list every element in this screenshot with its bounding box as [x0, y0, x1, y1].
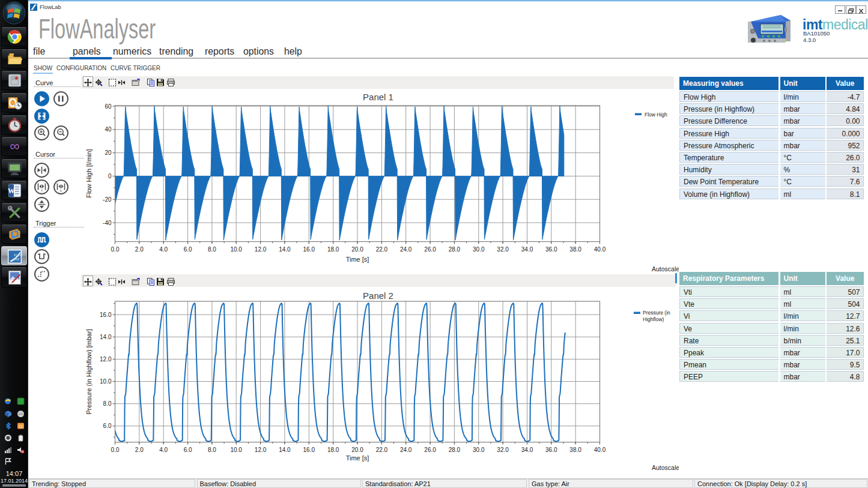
svg-text:26.0: 26.0 [424, 246, 436, 253]
svg-text:24.0: 24.0 [400, 246, 412, 253]
svg-text:28.0: 28.0 [449, 447, 461, 453]
svg-text:12.0: 12.0 [255, 447, 267, 453]
svg-text:10.0: 10.0 [230, 447, 242, 453]
svg-text:-20: -20 [103, 196, 112, 203]
svg-text:Autoscale: Autoscale [652, 265, 679, 273]
svg-text:22.0: 22.0 [376, 246, 388, 253]
svg-text:2.0: 2.0 [135, 246, 144, 253]
svg-text:20.0: 20.0 [351, 246, 363, 253]
svg-text:Time [s]: Time [s] [346, 454, 369, 462]
svg-text:0.0: 0.0 [111, 447, 120, 453]
svg-text:Panel 1: Panel 1 [363, 92, 393, 102]
svg-text:16.0: 16.0 [303, 246, 315, 253]
svg-text:24.0: 24.0 [400, 447, 412, 453]
svg-text:Highflow): Highflow) [643, 316, 664, 322]
svg-text:8.0: 8.0 [103, 400, 112, 407]
svg-text:Pressure (in: Pressure (in [643, 310, 670, 316]
svg-text:26.0: 26.0 [424, 447, 436, 453]
svg-text:6.0: 6.0 [184, 246, 192, 253]
svg-text:Pressure (in Highflow) [mbar]: Pressure (in Highflow) [mbar] [85, 329, 93, 414]
svg-text:16.0: 16.0 [303, 447, 315, 453]
svg-text:14.0: 14.0 [279, 447, 291, 453]
svg-text:30.0: 30.0 [473, 447, 485, 453]
svg-text:8.0: 8.0 [208, 447, 216, 453]
svg-text:6.0: 6.0 [103, 423, 112, 429]
svg-text:LAB: LAB [13, 258, 19, 261]
svg-text:32.0: 32.0 [497, 246, 509, 253]
svg-text:14.0: 14.0 [279, 246, 291, 253]
svg-text:2.0: 2.0 [135, 447, 144, 453]
svg-text:-40: -40 [103, 220, 112, 226]
svg-text:Time [s]: Time [s] [346, 256, 369, 263]
svg-text:6.0: 6.0 [184, 447, 192, 453]
svg-text:22.0: 22.0 [376, 447, 388, 453]
svg-text:18.0: 18.0 [327, 246, 339, 253]
svg-text:38.0: 38.0 [569, 246, 581, 253]
svg-text:4.0: 4.0 [159, 447, 168, 453]
svg-text:34.0: 34.0 [521, 447, 533, 453]
svg-text:60: 60 [105, 103, 112, 110]
svg-text:Flow High: Flow High [645, 112, 667, 118]
svg-text:Flow High [l/min]: Flow High [l/min] [85, 149, 93, 198]
svg-text:18.0: 18.0 [327, 447, 339, 453]
svg-text:12.0: 12.0 [100, 356, 112, 363]
svg-text:F: F [59, 189, 61, 193]
svg-text:4.0: 4.0 [159, 246, 168, 253]
svg-text:8.0: 8.0 [208, 246, 216, 253]
svg-text:32.0: 32.0 [497, 447, 509, 453]
svg-text:FLOW: FLOW [14, 253, 22, 257]
svg-text:O: O [19, 424, 22, 429]
svg-text:30.0: 30.0 [473, 246, 485, 253]
svg-text:38.0: 38.0 [569, 447, 581, 453]
svg-text:16.0: 16.0 [100, 312, 112, 318]
svg-text:0.0: 0.0 [111, 246, 120, 253]
svg-text:0: 0 [108, 173, 112, 179]
svg-text:34.0: 34.0 [521, 246, 533, 253]
svg-text:36.0: 36.0 [545, 447, 557, 453]
svg-text:40: 40 [105, 126, 112, 133]
svg-text:Autoscale: Autoscale [652, 464, 679, 471]
svg-text:12.0: 12.0 [255, 246, 267, 253]
svg-text:T: T [41, 189, 43, 193]
svg-text:Panel 2: Panel 2 [363, 291, 393, 301]
svg-text:20: 20 [105, 149, 112, 156]
svg-text:10.0: 10.0 [230, 246, 242, 253]
svg-text:14.0: 14.0 [100, 334, 112, 340]
svg-text:W: W [8, 187, 15, 194]
svg-text:∞: ∞ [10, 139, 19, 154]
svg-text:20.0: 20.0 [351, 447, 363, 453]
svg-text:40.0: 40.0 [594, 246, 606, 253]
svg-text:28.0: 28.0 [449, 246, 461, 253]
svg-text:36.0: 36.0 [545, 246, 557, 253]
svg-text:10.0: 10.0 [100, 378, 112, 385]
svg-text:40.0: 40.0 [594, 447, 606, 453]
